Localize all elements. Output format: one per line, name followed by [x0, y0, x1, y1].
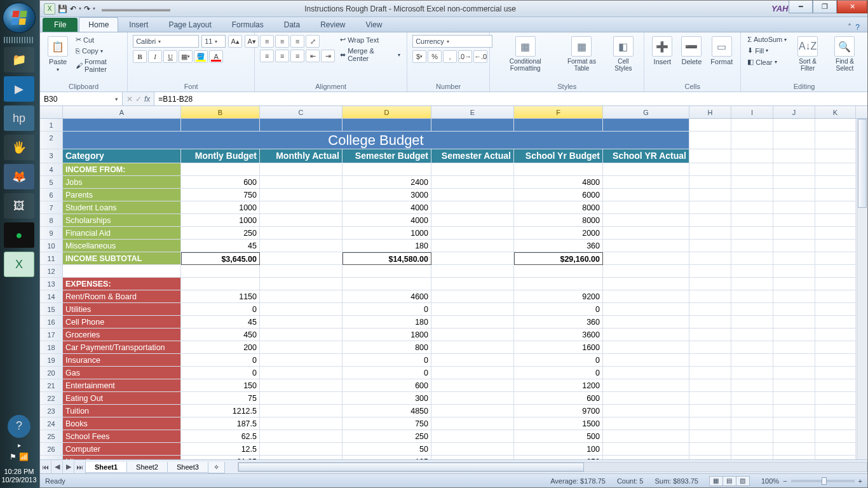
cell[interactable] — [815, 176, 856, 189]
cell[interactable]: 250 — [181, 227, 260, 240]
cell[interactable]: 360 — [514, 240, 603, 252]
row-header[interactable]: 3 — [40, 149, 63, 163]
cell[interactable] — [181, 119, 260, 132]
font-size-select[interactable]: 11▾ — [201, 35, 226, 48]
cell[interactable] — [815, 163, 856, 176]
zoom-slider[interactable] — [791, 480, 855, 482]
cell[interactable] — [603, 417, 689, 430]
row-header[interactable]: 16 — [40, 316, 63, 329]
cell[interactable] — [689, 392, 731, 405]
cell[interactable]: 8000 — [514, 201, 603, 214]
cell[interactable] — [603, 278, 689, 290]
cell[interactable] — [260, 227, 342, 240]
cell[interactable] — [773, 240, 815, 252]
cell[interactable] — [689, 316, 731, 329]
cell[interactable] — [342, 265, 431, 278]
cell[interactable]: School Fees — [63, 430, 181, 443]
cell[interactable] — [773, 392, 815, 405]
cell[interactable] — [689, 303, 731, 316]
cell[interactable]: $3,645.00 — [181, 252, 260, 265]
cell[interactable] — [260, 265, 342, 278]
cell[interactable]: 4600 — [342, 290, 431, 303]
cell[interactable]: 0 — [342, 303, 431, 316]
row-header[interactable]: 15 — [40, 303, 63, 316]
cell[interactable]: 50 — [342, 443, 431, 456]
horizontal-scrollbar[interactable] — [238, 462, 867, 472]
cell[interactable] — [689, 201, 731, 214]
minimize-button[interactable]: ━ — [789, 1, 813, 13]
cell[interactable]: 187.5 — [181, 417, 260, 430]
zoom-level[interactable]: 100% — [761, 477, 779, 485]
cell[interactable] — [689, 214, 731, 227]
cell[interactable]: Cell Phone — [63, 316, 181, 329]
format-as-table-button[interactable]: ▦Format as Table — [559, 35, 604, 73]
cell[interactable] — [603, 367, 689, 379]
merge-center-button[interactable]: ⬌Merge & Center▾ — [339, 46, 402, 63]
cell[interactable]: 750 — [342, 417, 431, 430]
sort-filter-button[interactable]: A↓ZSort & Filter — [792, 35, 824, 73]
cell[interactable] — [514, 119, 603, 132]
cell[interactable] — [815, 405, 856, 417]
format-cells-button[interactable]: ▭Format — [708, 35, 735, 67]
cell[interactable] — [815, 354, 856, 367]
cell[interactable]: 0 — [514, 354, 603, 367]
border-button[interactable]: ▦▾ — [179, 50, 193, 63]
cell[interactable] — [815, 278, 856, 290]
cell[interactable]: 600 — [514, 392, 603, 405]
column-header-K[interactable]: K — [815, 106, 856, 118]
cell[interactable] — [773, 189, 815, 201]
cell[interactable]: $29,160.00 — [514, 252, 603, 265]
cell[interactable]: 0 — [181, 354, 260, 367]
formulas-tab[interactable]: Formulas — [222, 17, 273, 32]
cell[interactable] — [260, 119, 342, 132]
cell[interactable] — [773, 119, 815, 132]
cell[interactable] — [815, 240, 856, 252]
row-header[interactable]: 7 — [40, 201, 63, 214]
cell[interactable] — [603, 176, 689, 189]
column-header-J[interactable]: J — [773, 106, 815, 118]
cell[interactable] — [815, 214, 856, 227]
cell[interactable] — [815, 303, 856, 316]
cell[interactable] — [689, 341, 731, 354]
row-header[interactable]: 8 — [40, 214, 63, 227]
column-header-E[interactable]: E — [431, 106, 514, 118]
cell[interactable] — [815, 149, 856, 163]
column-header-A[interactable]: A — [63, 106, 181, 118]
column-header-C[interactable]: C — [260, 106, 342, 118]
cell[interactable]: 45 — [181, 240, 260, 252]
cell[interactable] — [689, 252, 731, 265]
cell[interactable]: 4800 — [514, 176, 603, 189]
cell[interactable]: 0 — [342, 354, 431, 367]
cell[interactable]: 0 — [514, 367, 603, 379]
row-header[interactable]: 4 — [40, 163, 63, 176]
cell[interactable] — [260, 354, 342, 367]
cell[interactable]: 9700 — [514, 405, 603, 417]
cell[interactable] — [431, 176, 514, 189]
qat-redo-icon[interactable]: ↷ — [84, 4, 90, 13]
cell[interactable] — [603, 354, 689, 367]
cell[interactable]: 200 — [181, 341, 260, 354]
system-tray[interactable]: ⚑📶 — [10, 452, 29, 461]
cell[interactable] — [514, 163, 603, 176]
cell[interactable] — [689, 405, 731, 417]
cell[interactable]: 450 — [181, 329, 260, 341]
insert-cells-button[interactable]: ➕Insert — [649, 35, 675, 67]
cell[interactable]: 4850 — [342, 405, 431, 417]
cell[interactable] — [431, 354, 514, 367]
cell[interactable] — [773, 329, 815, 341]
cell[interactable]: Monthly Actual — [260, 149, 342, 163]
cell[interactable] — [773, 252, 815, 265]
name-box[interactable]: B30▾ — [40, 92, 123, 105]
help-icon[interactable]: ? — [855, 23, 860, 32]
font-color-button[interactable]: A — [209, 50, 223, 63]
cell[interactable] — [431, 201, 514, 214]
cell[interactable] — [731, 227, 773, 240]
increase-decimal-button[interactable]: .0→ — [458, 50, 472, 63]
cell[interactable]: 1200 — [514, 379, 603, 392]
cell[interactable]: 1212.5 — [181, 405, 260, 417]
cell[interactable]: Entertainment — [63, 379, 181, 392]
find-select-button[interactable]: 🔍Find & Select — [827, 35, 862, 73]
cell[interactable] — [260, 367, 342, 379]
cell[interactable] — [689, 443, 731, 456]
cell[interactable]: Miscellaneous — [63, 240, 181, 252]
